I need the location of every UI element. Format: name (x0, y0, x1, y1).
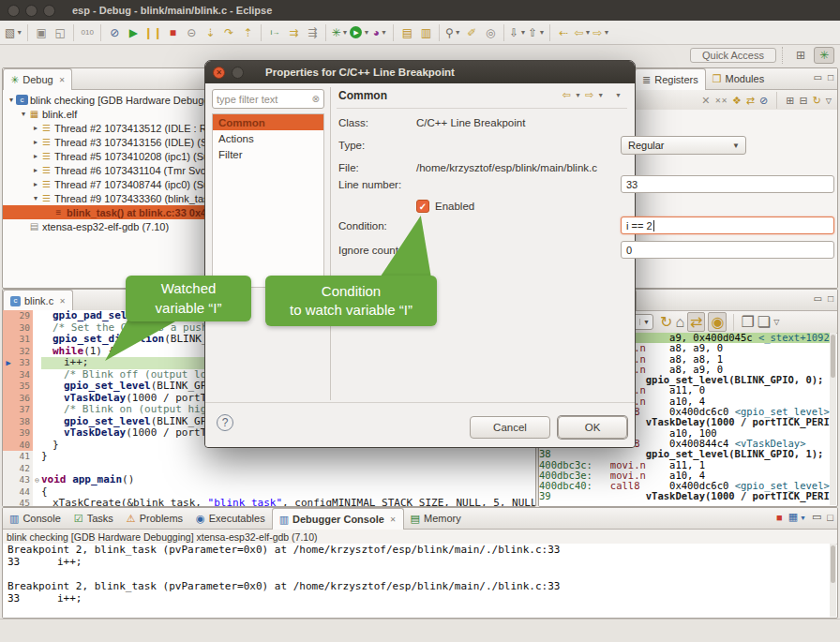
tab-problems[interactable]: ⚠Problems (120, 508, 189, 529)
terminate-console-icon[interactable]: ■ (776, 512, 783, 523)
forward-icon[interactable]: ⇨▼ (592, 23, 609, 42)
breakpoint-ruler[interactable] (3, 334, 14, 346)
chevron-down-icon[interactable]: ▼ (363, 29, 369, 36)
minimize-icon[interactable]: ▭ (814, 293, 822, 304)
tab-debugger-console[interactable]: ▥Debugger Console✕ (272, 508, 404, 530)
tree-expander-icon[interactable]: ▸ (31, 124, 40, 132)
condition-input[interactable]: i == 2 (621, 216, 834, 234)
step-filters-edit-icon[interactable]: ⇶ (304, 23, 321, 42)
breakpoint-ruler[interactable] (3, 381, 14, 393)
tree-expander-icon[interactable]: ▸ (31, 180, 40, 188)
search-icon[interactable]: ⚲▼ (444, 23, 461, 42)
dialog-nav-item-actions[interactable]: Actions (213, 130, 323, 146)
previous-annotation-icon[interactable]: ⇧▼ (528, 23, 545, 42)
maximize-icon[interactable]: □ (827, 512, 833, 523)
view-menu-icon[interactable]: ▼ (615, 92, 622, 98)
tree-expander-icon[interactable]: ▾ (19, 110, 28, 118)
tab-blink-c[interactable]: c blink.c ✕ (3, 290, 73, 311)
minimize-icon[interactable]: ▭ (812, 511, 821, 523)
chevron-down-icon[interactable]: ▼ (519, 29, 526, 36)
breakpoint-ruler[interactable] (3, 486, 14, 499)
breakpoint-ruler[interactable] (3, 404, 14, 416)
external-tools-icon[interactable]: ◕▼ (371, 23, 388, 42)
back-icon[interactable]: ⇦▼ (574, 23, 591, 42)
tree-expander-icon[interactable]: ▸ (31, 138, 40, 146)
tab-modules[interactable]: ❒Modules (706, 68, 771, 89)
code-line[interactable]: 45xTaskCreate(&blink_task, "blink_task",… (3, 498, 535, 506)
breakpoint-ruler[interactable] (3, 369, 14, 381)
tab-memory[interactable]: ▤Memory (404, 508, 468, 529)
save-icon[interactable]: ▣ (33, 23, 50, 42)
tab-debug[interactable]: ✳ Debug ✕ (3, 68, 72, 90)
chevron-down-icon[interactable]: ▼ (639, 319, 652, 325)
close-icon[interactable]: ✕ (390, 515, 397, 524)
breakpoint-ruler[interactable] (3, 427, 14, 440)
mark-occurrences-icon[interactable]: ✐ (463, 23, 480, 42)
instruction-pointer-icon[interactable]: ▶ (3, 357, 14, 369)
clear-filter-icon[interactable]: ⊗ (312, 94, 320, 104)
suspend-icon[interactable]: ❙❙ (143, 23, 162, 42)
remove-icon[interactable]: ✕ (701, 95, 710, 107)
tab-executables[interactable]: ◉Executables (189, 508, 272, 529)
new-view-icon[interactable]: ❐ (741, 313, 754, 331)
skip-breakpoints-icon[interactable]: ⊘ (106, 23, 123, 42)
expand-all-icon[interactable]: ⊞ (786, 95, 794, 107)
console-scrollbar[interactable] (830, 544, 836, 617)
next-annotation-icon[interactable]: ⇩▼ (509, 23, 526, 42)
display-selected-console-icon[interactable]: ▦ ▼ (788, 511, 806, 523)
use-step-filters-icon[interactable]: ⇉ (285, 23, 302, 42)
dialog-maximize-button[interactable] (232, 67, 244, 79)
maximize-icon[interactable]: □ (828, 293, 833, 304)
binary-icon[interactable]: 010 (79, 23, 96, 42)
minimize-icon[interactable]: ▭ (814, 72, 822, 82)
view-menu-icon[interactable]: ▽ (826, 97, 832, 105)
tree-expander-icon[interactable]: ▸ (31, 152, 40, 160)
sync-active-context-icon[interactable]: ⇄ (687, 312, 705, 332)
breakpoint-ruler[interactable] (3, 310, 14, 322)
chevron-down-icon[interactable]: ▼ (341, 29, 348, 36)
tab-registers[interactable]: ≣Registers (635, 68, 706, 90)
code-line[interactable]: 41} (3, 451, 535, 463)
enabled-checkbox[interactable]: ✓ (416, 200, 429, 213)
close-icon[interactable]: ✕ (59, 76, 66, 84)
debug-icon[interactable]: ✳▼ (331, 23, 348, 42)
chevron-down-icon[interactable]: ▼ (538, 29, 545, 36)
pin-view-icon[interactable]: ❏ (758, 313, 771, 331)
code-line[interactable]: 43⊖void app_main() (3, 474, 535, 486)
chevron-down-icon[interactable]: ▼ (381, 29, 387, 36)
filter-input[interactable]: type filter text ⊗ (212, 89, 324, 109)
tree-expander-icon[interactable]: ▸ (31, 166, 40, 174)
refresh-icon[interactable]: ↻ (813, 95, 821, 107)
disconnect-icon[interactable]: ⊝ (183, 23, 200, 42)
console-content[interactable]: Breakpoint 2, blink_task (pvParameter=0x… (3, 544, 830, 618)
home-icon[interactable]: ⌂ (675, 314, 684, 331)
tab-tasks[interactable]: ☑Tasks (68, 508, 120, 529)
cast-to-type-icon[interactable]: ⇄ (746, 95, 755, 107)
last-edit-location-icon[interactable]: ⇠ (555, 23, 572, 42)
disassembly-scrollbar[interactable] (830, 333, 836, 505)
quick-access-box[interactable]: Quick Access (690, 48, 776, 63)
new-wizard-icon[interactable]: ▧▼ (5, 23, 22, 42)
forward-icon[interactable]: ⇨ (585, 89, 593, 101)
help-icon[interactable]: ? (217, 414, 233, 431)
type-select[interactable]: Regular ▼ (621, 136, 746, 155)
window-minimize-button[interactable] (25, 5, 38, 17)
breakpoint-ruler[interactable] (3, 463, 14, 475)
perspective-debug-icon[interactable]: ✳ (814, 47, 834, 64)
window-close-button[interactable] (8, 5, 20, 17)
dialog-nav-item-common[interactable]: Common (213, 114, 323, 130)
refresh-view-icon[interactable]: ↻ (660, 313, 672, 331)
run-icon[interactable]: ▶▼ (350, 23, 369, 42)
dialog-close-button[interactable]: ✕ (213, 67, 225, 79)
close-icon[interactable]: ✕ (59, 297, 66, 306)
save-all-icon[interactable]: ◱ (52, 23, 68, 42)
ok-button[interactable]: OK (558, 416, 627, 439)
open-perspective-icon[interactable]: ⊞ (790, 47, 811, 64)
dialog-nav-item-filter[interactable]: Filter (213, 146, 323, 162)
cancel-button[interactable]: Cancel (470, 416, 550, 439)
open-element-icon[interactable]: ▥ (417, 23, 434, 42)
track-expression-icon[interactable]: ◉ (708, 312, 727, 332)
step-return-icon[interactable]: ⇡ (239, 23, 256, 42)
disasm-line[interactable]: 39 vTaskDelay(1000 / portTICK_PERI (539, 491, 830, 501)
chevron-down-icon[interactable]: ▼ (584, 29, 591, 36)
